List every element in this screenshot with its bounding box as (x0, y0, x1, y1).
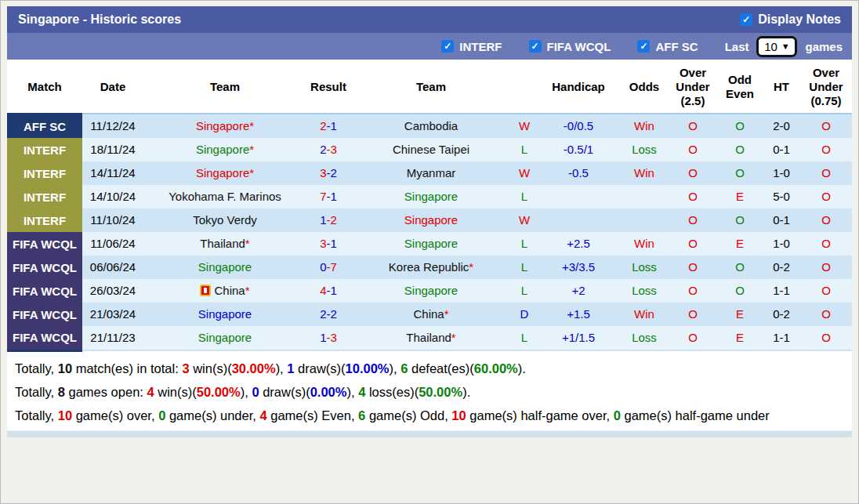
match-date: 11/12/24 (82, 114, 143, 138)
odd-even-flag: O (717, 208, 763, 232)
away-team-name: Singapore (404, 284, 458, 297)
col-match: Match (7, 60, 82, 114)
filter-bar: ✓ INTERF ✓ FIFA WCQL ✓ AFF SC Last 10 ▼ … (7, 33, 852, 60)
home-team: Singapore* (143, 138, 306, 161)
table-row[interactable]: FIFA WCQL 11/06/24 Thailand* 31 Singapor… (7, 232, 852, 256)
filter-aff-sc[interactable]: ✓ AFF SC (637, 40, 698, 53)
home-score: 0 (320, 260, 326, 274)
odds-result: Win (620, 303, 669, 326)
table-row[interactable]: INTERF 18/11/24 Singapore* 23 Chinese Ta… (7, 138, 852, 161)
half-time-score: 0-2 (763, 303, 800, 326)
home-team: Singapore* (143, 114, 306, 138)
home-team-name: Singapore (198, 307, 252, 321)
summary-lines: Totally, 10 match(es) in total: 3 win(s)… (7, 352, 852, 430)
checkbox-checked-icon[interactable]: ✓ (637, 40, 650, 53)
over-under-25-flag: O (669, 279, 717, 303)
table-row[interactable]: FIFA WCQL 21/11/23 Singapore 13 Thailand… (7, 326, 852, 350)
table-row[interactable]: FIFA WCQL 26/03/24 China* 41 Singapore L… (7, 279, 852, 303)
filter-fifa-wcql[interactable]: ✓ FIFA WCQL (529, 40, 611, 53)
table-row[interactable]: FIFA WCQL 21/03/24 Singapore 22 China* D… (7, 303, 852, 326)
home-team-name: Singapore (196, 166, 249, 179)
col-team-away: Team (350, 60, 512, 114)
table-row[interactable]: AFF SC 11/12/24 Singapore* 21 Cambodia W… (7, 114, 852, 138)
handicap-value: +1.5 (537, 303, 620, 326)
horizontal-scrollbar[interactable] (7, 430, 852, 437)
home-team-name: Singapore (196, 119, 249, 132)
away-team: Chinese Taipei (350, 138, 512, 161)
col-team-home: Team (143, 60, 306, 114)
away-team: Korea Republic* (350, 256, 512, 279)
games-count-select[interactable]: 10 ▼ (756, 36, 797, 57)
checkbox-checked-icon[interactable]: ✓ (740, 13, 752, 26)
home-team-name: Singapore (198, 331, 252, 344)
odd-even-flag: O (717, 114, 763, 138)
team-star-marker: * (249, 166, 254, 179)
handicap-value: +1/1.5 (537, 326, 620, 350)
over-under-25-flag: O (669, 161, 717, 185)
half-time-score: 1-0 (763, 232, 800, 256)
chevron-down-icon: ▼ (781, 42, 790, 51)
over-under-25-flag: O (669, 232, 717, 256)
competition-label: INTERF (7, 185, 82, 208)
odds-result: Win (620, 232, 669, 256)
home-team-name: Yokohama F. Marinos (169, 190, 281, 203)
match-date: 11/10/24 (82, 208, 143, 232)
over-under-25-flag: O (669, 138, 717, 161)
win-loss-flag: L (512, 138, 537, 161)
away-score: 1 (327, 119, 337, 132)
home-team-name: Thailand (200, 237, 245, 250)
team-star-marker: * (469, 260, 473, 274)
home-score: 3 (320, 237, 326, 250)
table-row[interactable]: INTERF 14/10/24 Yokohama F. Marinos 71 S… (7, 185, 852, 208)
match-date: 11/06/24 (82, 232, 143, 256)
home-score: 7 (320, 190, 326, 203)
half-time-score: 5-0 (763, 185, 800, 208)
away-team: Thailand* (350, 326, 512, 350)
away-score: 3 (327, 331, 337, 344)
half-time-score: 1-0 (763, 161, 800, 185)
odd-even-flag: E (717, 232, 763, 256)
over-under-075-flag: O (800, 208, 852, 232)
checkbox-checked-icon[interactable]: ✓ (441, 40, 454, 53)
over-under-25-flag: O (669, 326, 717, 350)
home-score: 2 (320, 307, 326, 321)
win-loss-flag: L (512, 279, 537, 303)
display-notes-toggle[interactable]: ✓ Display Notes (740, 13, 841, 27)
over-under-075-flag: O (800, 232, 852, 256)
away-score: 1 (327, 190, 337, 203)
half-time-score: 0-1 (763, 208, 800, 232)
title-bar: Singapore - Historic scores ✓ Display No… (7, 6, 852, 33)
table-row[interactable]: INTERF 11/10/24 Tokyo Verdy 12 Singapore… (7, 208, 852, 232)
over-under-075-flag: O (800, 185, 852, 208)
odd-even-flag: O (717, 161, 763, 185)
checkbox-checked-icon[interactable]: ✓ (529, 40, 542, 53)
team-star-marker: * (451, 331, 456, 344)
odds-result: Loss (620, 138, 669, 161)
handicap-value: +2.5 (537, 232, 620, 256)
table-row[interactable]: INTERF 14/11/24 Singapore* 32 Myanmar W … (7, 161, 852, 185)
team-star-marker: * (245, 284, 250, 297)
away-team-name: Thailand (406, 331, 451, 344)
away-team-name: Singapore (404, 190, 458, 203)
home-score: 3 (320, 166, 326, 179)
away-team: Singapore (350, 208, 512, 232)
away-score: 2 (327, 307, 337, 321)
away-team-name: Singapore (404, 213, 458, 227)
summary-line: Totally, 10 game(s) over, 0 game(s) unde… (15, 404, 844, 427)
competition-label: INTERF (7, 161, 82, 185)
competition-label: FIFA WCQL (7, 326, 82, 350)
competition-label: AFF SC (7, 114, 82, 138)
home-team: Thailand* (143, 232, 306, 256)
over-under-075-flag: O (800, 114, 852, 138)
win-loss-flag: W (512, 208, 537, 232)
competition-label: INTERF (7, 138, 82, 161)
odd-even-flag: O (717, 279, 763, 303)
away-score: 3 (327, 143, 337, 156)
filter-interf[interactable]: ✓ INTERF (441, 40, 502, 53)
result-score: 22 (306, 303, 350, 326)
odd-even-flag: O (717, 138, 763, 161)
result-score: 23 (306, 138, 350, 161)
table-row[interactable]: FIFA WCQL 06/06/24 Singapore 07 Korea Re… (7, 256, 852, 279)
handicap-value: +3/3.5 (537, 256, 620, 279)
match-date: 21/03/24 (82, 303, 143, 326)
